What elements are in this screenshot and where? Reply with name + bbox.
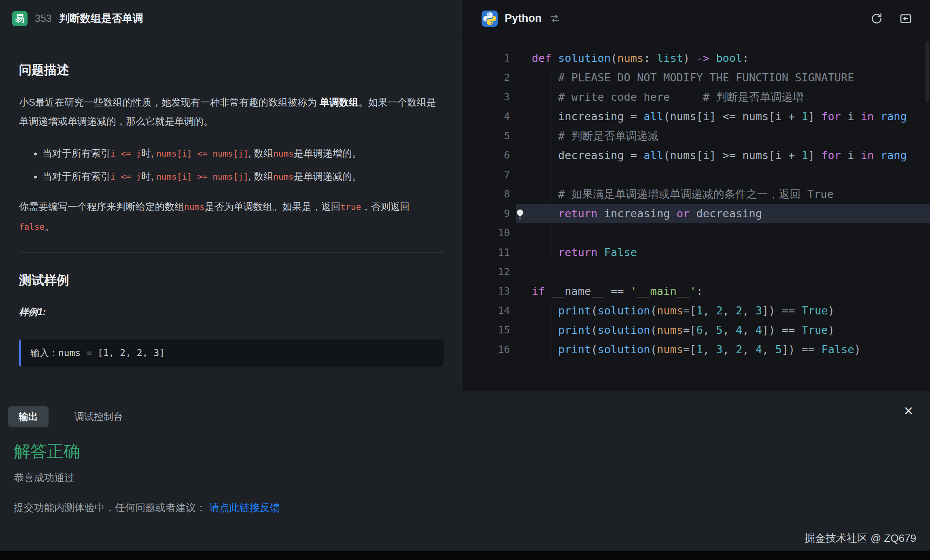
problem-id: 353	[35, 13, 52, 24]
output-panel: 输出调试控制台 × 解答正确 恭喜成功通过 提交功能内测体验中，任何问题或者建议…	[0, 390, 930, 551]
example-code-block: 输入：nums = [1, 2, 2, 3]	[19, 339, 444, 367]
inline-code: nums	[184, 202, 205, 212]
code-text: return increasing or decreasing	[532, 204, 762, 223]
line-number: 7	[463, 165, 510, 185]
line-number: 1	[463, 49, 510, 68]
code-line[interactable]: 14 print(solution(nums=[1, 2, 2, 3]) == …	[463, 301, 930, 320]
code-text: print(solution(nums=[1, 3, 2, 4, 5]) == …	[532, 340, 861, 359]
line-number: 2	[463, 68, 510, 87]
reset-code-icon[interactable]	[870, 12, 883, 25]
watermark: 掘金技术社区 @ ZQ679	[805, 531, 916, 545]
code-text: decreasing = all(nums[i] >= nums[i + 1] …	[532, 146, 907, 165]
bottom-strip	[0, 551, 930, 560]
text-segment: 。	[45, 221, 54, 232]
feedback-link[interactable]: 请点此链接反馈	[209, 502, 280, 513]
description-paragraph: 小S最近在研究一些数组的性质，她发现有一种非常有趣的数组被称为 单调数组。如果一…	[19, 93, 444, 131]
scrollbar-vertical[interactable]	[926, 41, 929, 102]
language-selector[interactable]: Python	[505, 12, 542, 25]
code-line[interactable]: 10	[463, 223, 930, 243]
code-line[interactable]: 12	[463, 262, 930, 282]
text-segment: 时,	[141, 148, 156, 159]
inline-code: i <= j	[110, 172, 141, 182]
code-line[interactable]: 13if __name__ == '__main__':	[463, 282, 930, 301]
problem-bullet: 当对于所有索引i <= j时, nums[i] <= nums[j], 数组nu…	[42, 144, 444, 163]
editor-header: Python	[463, 0, 930, 37]
text-segment: 是单调递减的。	[294, 171, 362, 182]
tab-output[interactable]: 输出	[8, 406, 49, 427]
bold-text: 单调数组	[320, 97, 359, 108]
code-text: return False	[532, 243, 637, 262]
problem-bullets: 当对于所有索引i <= j时, nums[i] <= nums[j], 数组nu…	[19, 144, 444, 187]
output-tabs: 输出调试控制台	[8, 406, 123, 427]
problem-content: 问题描述 小S最近在研究一些数组的性质，她发现有一种非常有趣的数组被称为 单调数…	[0, 62, 463, 367]
code-line[interactable]: 16 print(solution(nums=[1, 3, 2, 4, 5]) …	[463, 340, 930, 359]
code-line[interactable]: 4 increasing = all(nums[i] <= nums[i + 1…	[463, 107, 930, 126]
result-title: 解答正确	[14, 440, 80, 462]
code-text: # write code here # 判断是否单调递增	[532, 87, 803, 107]
app-root: 易 353 判断数组是否单调 问题描述 小S最近在研究一些数组的性质，她发现有一…	[0, 0, 930, 560]
editor-panel: Python 1def	[463, 0, 930, 390]
code-text: if __name__ == '__main__':	[532, 282, 703, 301]
code-line[interactable]: 1def solution(nums: list) -> bool:	[463, 49, 930, 68]
code-line[interactable]: 6 decreasing = all(nums[i] >= nums[i + 1…	[463, 146, 930, 165]
code-text: def solution(nums: list) -> bool:	[532, 49, 749, 68]
code-line[interactable]: 2 # PLEASE DO NOT MODIFY THE FUNCTION SI…	[463, 68, 930, 87]
line-number: 8	[463, 185, 510, 204]
text-segment: 当对于所有索引	[42, 171, 110, 182]
code-editor[interactable]: 1def solution(nums: list) -> bool:2 # PL…	[463, 37, 930, 390]
examples-heading: 测试样例	[19, 273, 444, 288]
indent-guide	[552, 165, 552, 185]
code-text: print(solution(nums=[1, 2, 2, 3]) == Tru…	[532, 301, 834, 320]
problem-bullet: 当对于所有索引i <= j时, nums[i] >= nums[j], 数组nu…	[42, 167, 444, 187]
code-line[interactable]: 9 return increasing or decreasing	[463, 204, 930, 223]
close-panel-icon[interactable]: ×	[904, 403, 913, 418]
difficulty-badge: 易	[12, 11, 28, 26]
detach-panel-icon[interactable]	[899, 12, 912, 25]
code-text: # PLEASE DO NOT MODIFY THE FUNCTION SIGN…	[532, 68, 854, 87]
inline-code: i <= j	[110, 149, 141, 159]
code-line[interactable]: 3 # write code here # 判断是否单调递增	[463, 87, 930, 107]
feedback-line: 提交功能内测体验中，任何问题或者建议：请点此链接反馈	[14, 501, 280, 514]
code-line[interactable]: 15 print(solution(nums=[6, 5, 4, 4]) == …	[463, 320, 930, 340]
line-number: 12	[463, 262, 510, 282]
line-number: 3	[463, 87, 510, 107]
inline-code: nums	[273, 149, 294, 159]
inline-code: nums[i] >= nums[j]	[156, 172, 248, 182]
swap-language-icon[interactable]	[549, 13, 561, 24]
indent-guide	[552, 223, 552, 243]
code-line[interactable]: 8 # 如果满足单调递增或单调递减的条件之一，返回 True	[463, 185, 930, 204]
line-number: 11	[463, 243, 510, 262]
line-number: 15	[463, 320, 510, 340]
line-number: 4	[463, 107, 510, 126]
text-segment: 小S最近在研究一些数组的性质，她发现有一种非常有趣的数组被称为	[19, 97, 320, 108]
problem-title: 判断数组是否单调	[59, 11, 143, 25]
text-segment: ，否则返回	[361, 201, 410, 212]
tab-debug-console[interactable]: 调试控制台	[74, 410, 123, 423]
inline-code: true	[341, 202, 361, 212]
task-paragraph: 你需要编写一个程序来判断给定的数组nums是否为单调数组。如果是，返回true，…	[19, 197, 444, 237]
line-number: 6	[463, 146, 510, 165]
code-text: # 判断是否单调递减	[532, 126, 659, 146]
code-line[interactable]: 5 # 判断是否单调递减	[463, 126, 930, 146]
result-subtitle: 恭喜成功通过	[14, 471, 74, 484]
example-label: 样例1:	[19, 306, 444, 318]
text-segment: 是否为单调数组。如果是，返回	[205, 201, 341, 212]
problem-panel: 易 353 判断数组是否单调 问题描述 小S最近在研究一些数组的性质，她发现有一…	[0, 0, 463, 390]
line-number: 13	[463, 282, 510, 301]
line-number: 14	[463, 301, 510, 320]
python-logo-icon	[481, 10, 498, 27]
inline-code: nums[i] <= nums[j]	[156, 149, 248, 159]
text-segment: , 数组	[248, 148, 273, 159]
code-line[interactable]: 7	[463, 165, 930, 185]
code-line[interactable]: 11 return False	[463, 243, 930, 262]
feedback-text: 提交功能内测体验中，任何问题或者建议：	[14, 502, 206, 513]
text-segment: 当对于所有索引	[42, 148, 110, 159]
description-heading: 问题描述	[19, 62, 444, 77]
quickfix-lightbulb-icon[interactable]	[514, 207, 527, 220]
text-segment: 你需要编写一个程序来判断给定的数组	[19, 201, 184, 212]
line-number: 16	[463, 340, 510, 359]
section-divider	[19, 252, 444, 252]
example-input-text: 输入：nums = [1, 2, 2, 3]	[30, 348, 165, 358]
line-number: 10	[463, 223, 510, 243]
line-number: 5	[463, 126, 510, 146]
